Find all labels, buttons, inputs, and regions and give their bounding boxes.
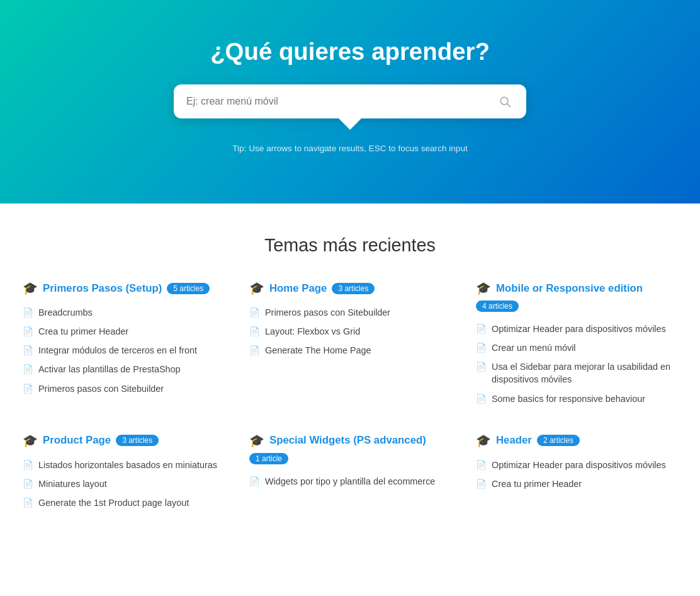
list-item[interactable]: 📄Breadcrumbs <box>23 303 224 322</box>
topic-badge: 1 article <box>249 453 288 464</box>
article-list: 📄Listados horizontales basados en miniat… <box>23 456 224 512</box>
search-box <box>174 84 526 118</box>
article-text: Integrar módulos de terceros en el front <box>38 344 197 357</box>
topic-header: 🎓Header2 articles <box>476 433 677 448</box>
article-text: Crea tu primer Header <box>492 478 582 490</box>
article-text: Breadcrumbs <box>38 306 93 319</box>
article-icon: 📄 <box>249 476 260 486</box>
topic-name[interactable]: Product Page <box>43 434 111 447</box>
article-icon: 📄 <box>23 345 33 355</box>
topic-badge: 3 articles <box>332 283 375 294</box>
article-icon: 📄 <box>249 307 260 318</box>
topic-name[interactable]: Special Widgets (PS advanced) <box>269 434 426 447</box>
article-icon: 📄 <box>23 326 33 336</box>
article-icon: 📄 <box>476 394 487 404</box>
list-item[interactable]: 📄Generate The Home Page <box>249 341 451 360</box>
topic-badge: 4 articles <box>476 301 519 312</box>
article-icon: 📄 <box>23 364 33 374</box>
topic-card-special-widgets: 🎓Special Widgets (PS advanced)1 article📄… <box>249 433 451 512</box>
list-item[interactable]: 📄Activar las plantillas de PrestaShop <box>23 360 224 379</box>
list-item[interactable]: 📄Primeros pasos con Sitebuilder <box>249 303 451 322</box>
section-title: Temas más recientes <box>23 235 677 256</box>
topic-card-header: 🎓Header2 articles📄Optimizar Header para … <box>476 433 677 512</box>
search-icon <box>499 95 511 108</box>
article-text: Optimizar Header para dispositivos móvil… <box>492 459 666 471</box>
topic-name[interactable]: Home Page <box>269 282 327 295</box>
article-text: Usa el Sidebar para mejorar la usabilida… <box>492 360 677 386</box>
list-item[interactable]: 📄Primeros pasos con Sitebuilder <box>23 379 224 398</box>
article-list: 📄Widgets por tipo y plantilla del ecomme… <box>249 472 451 491</box>
search-tip: Tip: Use arrows to navigate results, ESC… <box>13 144 687 153</box>
article-list: 📄Breadcrumbs📄Crea tu primer Header📄Integ… <box>23 303 224 398</box>
article-text: Some basics for responsive behaviour <box>492 393 645 405</box>
list-item[interactable]: 📄Integrar módulos de terceros en el fron… <box>23 341 224 360</box>
topic-name[interactable]: Mobile or Responsive edition <box>496 282 643 295</box>
article-icon: 📄 <box>23 479 33 489</box>
list-item[interactable]: 📄Crea tu primer Header <box>23 322 224 341</box>
article-text: Crea tu primer Header <box>38 325 128 338</box>
topic-header: 🎓Mobile or Responsive edition4 articles <box>476 281 677 312</box>
topic-badge: 3 articles <box>116 435 159 446</box>
topic-name[interactable]: Primeros Pasos (Setup) <box>43 282 162 295</box>
article-text: Generate the 1st Product page layout <box>38 496 189 509</box>
article-icon: 📄 <box>23 307 33 318</box>
article-text: Primeros pasos con Sitebuilder <box>38 382 164 395</box>
article-icon: 📄 <box>476 343 487 353</box>
article-icon: 📄 <box>476 362 487 372</box>
svg-line-1 <box>507 104 511 107</box>
article-list: 📄Optimizar Header para dispositivos móvi… <box>476 319 677 408</box>
article-list: 📄Optimizar Header para dispositivos móvi… <box>476 456 677 493</box>
list-item[interactable]: 📄Widgets por tipo y plantilla del ecomme… <box>249 472 451 491</box>
graduation-cap-icon: 🎓 <box>249 433 264 448</box>
topic-badge: 2 articles <box>537 435 580 446</box>
graduation-cap-icon: 🎓 <box>249 281 264 295</box>
topic-card-primeros-pasos: 🎓Primeros Pasos (Setup)5 articles📄Breadc… <box>23 281 224 408</box>
list-item[interactable]: 📄Listados horizontales basados en miniat… <box>23 456 224 474</box>
article-text: Generate The Home Page <box>265 344 371 357</box>
topics-grid: 🎓Primeros Pasos (Setup)5 articles📄Breadc… <box>23 281 677 512</box>
article-text: Optimizar Header para dispositivos móvil… <box>492 323 666 335</box>
article-icon: 📄 <box>23 384 33 394</box>
article-text: Listados horizontales basados en miniatu… <box>38 459 217 471</box>
list-item[interactable]: 📄Crea tu primer Header <box>476 474 677 493</box>
topic-header: 🎓Home Page3 articles <box>249 281 451 295</box>
topic-name[interactable]: Header <box>496 434 532 447</box>
list-item[interactable]: 📄Crear un menú móvil <box>476 338 677 357</box>
main-content: Temas más recientes 🎓Primeros Pasos (Set… <box>10 235 690 512</box>
hero-title: ¿Qué quieres aprender? <box>13 38 687 66</box>
list-item[interactable]: 📄Usa el Sidebar para mejorar la usabilid… <box>476 357 677 389</box>
article-text: Widgets por tipo y plantilla del ecommer… <box>265 475 435 488</box>
article-text: Crear un menú móvil <box>492 341 576 354</box>
graduation-cap-icon: 🎓 <box>23 281 38 295</box>
article-icon: 📄 <box>476 324 487 334</box>
list-item[interactable]: 📄Optimizar Header para dispositivos móvi… <box>476 456 677 474</box>
article-icon: 📄 <box>249 345 260 355</box>
topic-badge: 5 articles <box>167 283 210 294</box>
article-icon: 📄 <box>249 326 260 336</box>
topic-card-product-page: 🎓Product Page3 articles📄Listados horizon… <box>23 433 224 512</box>
article-icon: 📄 <box>476 460 487 470</box>
article-text: Layout: Flexbox vs Grid <box>265 325 360 338</box>
article-icon: 📄 <box>23 498 33 508</box>
list-item[interactable]: 📄Layout: Flexbox vs Grid <box>249 322 451 341</box>
topic-card-mobile-responsive: 🎓Mobile or Responsive edition4 articles📄… <box>476 281 677 408</box>
graduation-cap-icon: 🎓 <box>476 433 491 448</box>
article-text: Activar las plantillas de PrestaShop <box>38 363 181 375</box>
article-icon: 📄 <box>23 460 33 470</box>
list-item[interactable]: 📄Some basics for responsive behaviour <box>476 389 677 408</box>
search-button[interactable] <box>494 93 516 110</box>
topic-header: 🎓Primeros Pasos (Setup)5 articles <box>23 281 224 295</box>
search-input[interactable] <box>184 91 494 112</box>
article-icon: 📄 <box>476 479 487 489</box>
topic-header: 🎓Product Page3 articles <box>23 433 224 448</box>
graduation-cap-icon: 🎓 <box>23 433 38 448</box>
topic-card-home-page: 🎓Home Page3 articles📄Primeros pasos con … <box>249 281 451 408</box>
list-item[interactable]: 📄Generate the 1st Product page layout <box>23 493 224 512</box>
article-list: 📄Primeros pasos con Sitebuilder📄Layout: … <box>249 303 451 360</box>
article-text: Miniatures layout <box>38 478 107 490</box>
list-item[interactable]: 📄Miniatures layout <box>23 474 224 493</box>
graduation-cap-icon: 🎓 <box>476 281 491 295</box>
hero-section: ¿Qué quieres aprender? Tip: Use arrows t… <box>0 0 700 203</box>
article-text: Primeros pasos con Sitebuilder <box>265 306 390 319</box>
list-item[interactable]: 📄Optimizar Header para dispositivos móvi… <box>476 319 677 338</box>
